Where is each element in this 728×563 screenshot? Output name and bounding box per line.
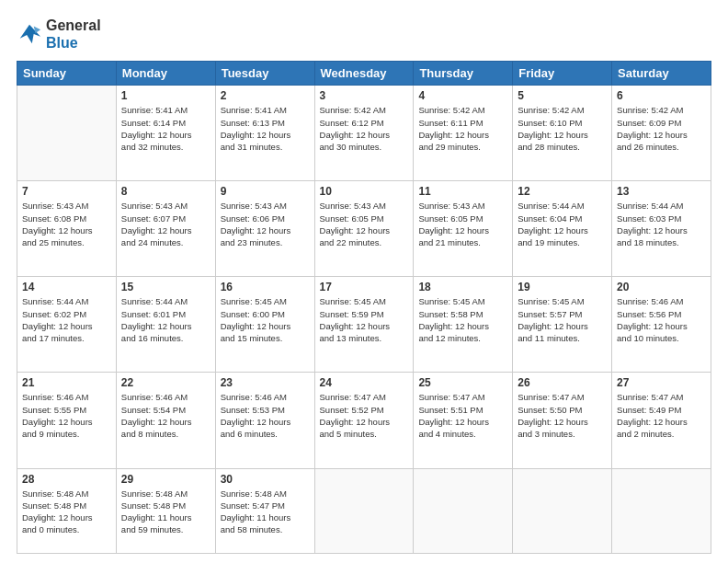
calendar-cell: 20Sunrise: 5:46 AM Sunset: 5:56 PM Dayli… (612, 277, 711, 373)
day-info: Sunrise: 5:45 AM Sunset: 5:57 PM Dayligh… (518, 295, 607, 344)
calendar-cell: 30Sunrise: 5:48 AM Sunset: 5:47 PM Dayli… (215, 468, 314, 554)
calendar-cell: 28Sunrise: 5:48 AM Sunset: 5:48 PM Dayli… (17, 468, 117, 554)
calendar-cell: 24Sunrise: 5:47 AM Sunset: 5:52 PM Dayli… (314, 373, 414, 468)
day-info: Sunrise: 5:43 AM Sunset: 6:05 PM Dayligh… (418, 200, 507, 248)
day-number: 23 (221, 376, 310, 389)
day-number: 5 (518, 89, 607, 102)
day-number: 16 (221, 281, 310, 293)
calendar-table: SundayMondayTuesdayWednesdayThursdayFrid… (17, 61, 711, 554)
day-info: Sunrise: 5:43 AM Sunset: 6:08 PM Dayligh… (22, 200, 111, 248)
day-info: Sunrise: 5:44 AM Sunset: 6:03 PM Dayligh… (617, 200, 706, 248)
logo-text: General Blue (46, 17, 101, 52)
calendar-cell: 26Sunrise: 5:47 AM Sunset: 5:50 PM Dayli… (513, 373, 612, 468)
day-number: 26 (518, 376, 607, 389)
day-number: 19 (518, 281, 607, 293)
day-number: 20 (617, 281, 706, 293)
day-number: 17 (320, 281, 409, 293)
day-info: Sunrise: 5:44 AM Sunset: 6:01 PM Dayligh… (121, 295, 210, 344)
day-number: 8 (121, 185, 210, 198)
day-info: Sunrise: 5:47 AM Sunset: 5:51 PM Dayligh… (418, 391, 507, 440)
day-number: 1 (121, 89, 210, 102)
day-number: 14 (22, 281, 111, 293)
day-number: 12 (518, 185, 607, 198)
calendar-cell: 13Sunrise: 5:44 AM Sunset: 6:03 PM Dayli… (612, 181, 711, 277)
day-number: 30 (221, 473, 310, 486)
day-number: 4 (418, 89, 507, 102)
day-number: 6 (617, 89, 706, 102)
day-info: Sunrise: 5:48 AM Sunset: 5:48 PM Dayligh… (121, 488, 210, 536)
calendar-week-row: 1Sunrise: 5:41 AM Sunset: 6:14 PM Daylig… (17, 86, 711, 181)
calendar-header-row: SundayMondayTuesdayWednesdayThursdayFrid… (17, 62, 711, 86)
calendar-week-row: 14Sunrise: 5:44 AM Sunset: 6:02 PM Dayli… (17, 277, 711, 373)
day-number: 21 (22, 376, 111, 389)
calendar-cell: 7Sunrise: 5:43 AM Sunset: 6:08 PM Daylig… (17, 181, 117, 277)
calendar-cell: 8Sunrise: 5:43 AM Sunset: 6:07 PM Daylig… (116, 181, 215, 277)
calendar-cell: 5Sunrise: 5:42 AM Sunset: 6:10 PM Daylig… (513, 86, 612, 181)
calendar-cell: 1Sunrise: 5:41 AM Sunset: 6:14 PM Daylig… (116, 86, 215, 181)
calendar-cell (17, 86, 117, 181)
weekday-header: Monday (116, 62, 215, 86)
calendar-cell: 6Sunrise: 5:42 AM Sunset: 6:09 PM Daylig… (612, 86, 711, 181)
weekday-header: Sunday (17, 62, 117, 86)
calendar-cell: 25Sunrise: 5:47 AM Sunset: 5:51 PM Dayli… (414, 373, 513, 468)
day-info: Sunrise: 5:44 AM Sunset: 6:02 PM Dayligh… (22, 295, 111, 344)
calendar-cell: 12Sunrise: 5:44 AM Sunset: 6:04 PM Dayli… (513, 181, 612, 277)
day-info: Sunrise: 5:48 AM Sunset: 5:47 PM Dayligh… (221, 488, 310, 536)
logo: General Blue (17, 17, 101, 52)
calendar-cell: 16Sunrise: 5:45 AM Sunset: 6:00 PM Dayli… (215, 277, 314, 373)
day-info: Sunrise: 5:42 AM Sunset: 6:12 PM Dayligh… (320, 104, 409, 153)
day-number: 25 (418, 376, 507, 389)
day-info: Sunrise: 5:41 AM Sunset: 6:13 PM Dayligh… (221, 104, 310, 153)
day-info: Sunrise: 5:46 AM Sunset: 5:54 PM Dayligh… (121, 391, 210, 440)
calendar-cell: 15Sunrise: 5:44 AM Sunset: 6:01 PM Dayli… (116, 277, 215, 373)
calendar-cell: 27Sunrise: 5:47 AM Sunset: 5:49 PM Dayli… (612, 373, 711, 468)
calendar-cell: 23Sunrise: 5:46 AM Sunset: 5:53 PM Dayli… (215, 373, 314, 468)
calendar-cell (414, 468, 513, 554)
day-info: Sunrise: 5:48 AM Sunset: 5:48 PM Dayligh… (22, 488, 111, 536)
calendar-cell (612, 468, 711, 554)
day-number: 7 (22, 185, 111, 198)
day-number: 22 (121, 376, 210, 389)
day-info: Sunrise: 5:46 AM Sunset: 5:53 PM Dayligh… (221, 391, 310, 440)
calendar-cell (513, 468, 612, 554)
day-number: 18 (418, 281, 507, 293)
calendar-cell: 17Sunrise: 5:45 AM Sunset: 5:59 PM Dayli… (314, 277, 414, 373)
calendar-cell: 18Sunrise: 5:45 AM Sunset: 5:58 PM Dayli… (414, 277, 513, 373)
weekday-header: Wednesday (314, 62, 414, 86)
day-number: 29 (121, 473, 210, 486)
day-number: 28 (22, 473, 111, 486)
day-info: Sunrise: 5:44 AM Sunset: 6:04 PM Dayligh… (518, 200, 607, 248)
day-info: Sunrise: 5:43 AM Sunset: 6:07 PM Dayligh… (121, 200, 210, 248)
weekday-header: Tuesday (215, 62, 314, 86)
day-number: 13 (617, 185, 706, 198)
day-info: Sunrise: 5:47 AM Sunset: 5:52 PM Dayligh… (320, 391, 409, 440)
calendar-cell: 22Sunrise: 5:46 AM Sunset: 5:54 PM Dayli… (116, 373, 215, 468)
day-info: Sunrise: 5:41 AM Sunset: 6:14 PM Dayligh… (121, 104, 210, 153)
calendar-cell: 14Sunrise: 5:44 AM Sunset: 6:02 PM Dayli… (17, 277, 117, 373)
day-info: Sunrise: 5:47 AM Sunset: 5:49 PM Dayligh… (617, 391, 706, 440)
calendar-cell: 2Sunrise: 5:41 AM Sunset: 6:13 PM Daylig… (215, 86, 314, 181)
day-number: 24 (320, 376, 409, 389)
calendar-cell: 29Sunrise: 5:48 AM Sunset: 5:48 PM Dayli… (116, 468, 215, 554)
weekday-header: Saturday (612, 62, 711, 86)
day-info: Sunrise: 5:46 AM Sunset: 5:56 PM Dayligh… (617, 295, 706, 344)
calendar-week-row: 21Sunrise: 5:46 AM Sunset: 5:55 PM Dayli… (17, 373, 711, 468)
page: General Blue SundayMondayTuesdayWednesda… (0, 0, 728, 563)
day-info: Sunrise: 5:45 AM Sunset: 6:00 PM Dayligh… (221, 295, 310, 344)
day-number: 10 (320, 185, 409, 198)
day-number: 2 (221, 89, 310, 102)
day-number: 27 (617, 376, 706, 389)
calendar-cell (314, 468, 414, 554)
calendar-cell: 11Sunrise: 5:43 AM Sunset: 6:05 PM Dayli… (414, 181, 513, 277)
day-info: Sunrise: 5:42 AM Sunset: 6:09 PM Dayligh… (617, 104, 706, 153)
day-info: Sunrise: 5:43 AM Sunset: 6:05 PM Dayligh… (320, 200, 409, 248)
day-info: Sunrise: 5:46 AM Sunset: 5:55 PM Dayligh… (22, 391, 111, 440)
svg-marker-0 (20, 25, 40, 44)
header: General Blue (17, 17, 711, 52)
logo-icon (17, 21, 42, 47)
weekday-header: Friday (513, 62, 612, 86)
calendar-cell: 4Sunrise: 5:42 AM Sunset: 6:11 PM Daylig… (414, 86, 513, 181)
calendar-cell: 10Sunrise: 5:43 AM Sunset: 6:05 PM Dayli… (314, 181, 414, 277)
day-info: Sunrise: 5:45 AM Sunset: 5:58 PM Dayligh… (418, 295, 507, 344)
calendar-cell: 21Sunrise: 5:46 AM Sunset: 5:55 PM Dayli… (17, 373, 117, 468)
